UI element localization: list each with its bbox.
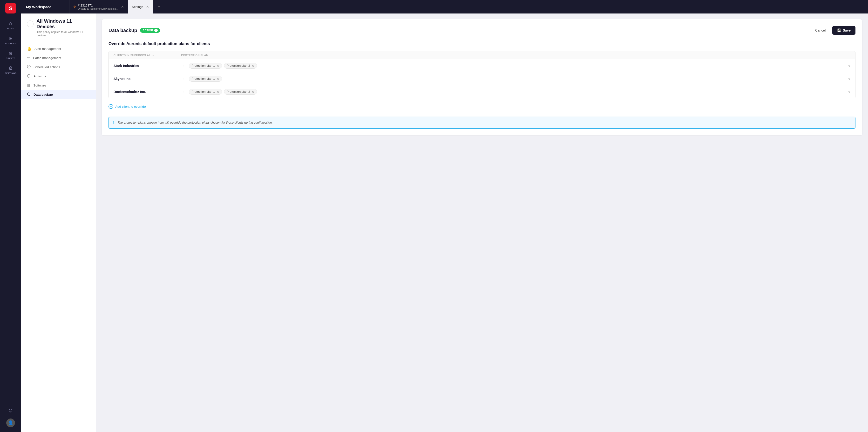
plan-tag-label: Protection plan 1 [191, 77, 215, 80]
tab-settings-close[interactable]: ✕ [146, 5, 149, 9]
plan-tag: Protection plan 2 ✕ [224, 63, 257, 69]
remove-plan-button[interactable]: ✕ [217, 90, 219, 94]
active-badge[interactable]: ACTIVE [140, 28, 160, 33]
save-button[interactable]: 💾 Save [832, 26, 856, 35]
data-backup-title: Data backup [108, 28, 137, 33]
nav-item-alert-management[interactable]: 🔔 Alert management [21, 44, 96, 53]
client-name-stark: Stark Industries [114, 64, 181, 68]
svg-text:S: S [9, 5, 12, 11]
remove-plan-button[interactable]: ✕ [251, 64, 254, 67]
logo[interactable]: S [5, 3, 16, 13]
ticket-icon: ⚙ [73, 5, 76, 8]
antivirus-icon [27, 74, 31, 78]
row-plans-skynet: Protection plan 1 ✕ [189, 76, 848, 82]
add-client-button[interactable]: + Add client to override [108, 102, 146, 111]
col-header-clients: CLIENTS IN SUPEROPS.AI → [114, 54, 181, 57]
row-chevron-doofenschmirtz[interactable]: ∨ [848, 90, 850, 94]
settings-icon: ⚙ [8, 65, 13, 71]
modules-icon: ⊞ [9, 35, 13, 41]
db-actions: Cancel 💾 Save [811, 26, 856, 35]
table-row: Skynet Inc. → Protection plan 1 ✕ ∨ [109, 72, 855, 85]
alert-icon: 🔔 [27, 46, 32, 51]
nav-item-antivirus[interactable]: Antivirus [21, 72, 96, 81]
table-row: Stark Industries → Protection plan 1 ✕ P… [109, 59, 855, 72]
plan-tag: Protection plan 1 ✕ [189, 89, 222, 95]
client-name-doofenschmirtz: Doofenschmirtz Inc. [114, 90, 181, 94]
override-table: CLIENTS IN SUPEROPS.AI → PROTECTION PLAN… [108, 51, 856, 98]
add-tab-button[interactable]: + [153, 0, 165, 13]
page-header-back: ← All Windows 11 Devices [27, 18, 90, 29]
tab-ticket-title: # 2316371 [78, 4, 118, 7]
home-icon: ⌂ [9, 21, 12, 26]
scheduled-icon [27, 65, 31, 69]
create-icon: ⊕ [9, 51, 13, 56]
sidebar-item-settings[interactable]: ⚙ SETTINGS [1, 63, 20, 77]
row-plans-stark: Protection plan 1 ✕ Protection plan 2 ✕ [189, 63, 848, 69]
topbar: My Workspace ⚙ # 2316371 Unable to login… [21, 0, 868, 13]
sidebar-item-create-label: CREATE [6, 57, 15, 60]
toggle-dot [154, 29, 158, 32]
nav-item-antivirus-label: Antivirus [33, 74, 46, 78]
content-card: Data backup ACTIVE Cancel 💾 Save [102, 19, 862, 135]
data-backup-title-row: Data backup ACTIVE [108, 28, 160, 33]
add-client-label: Add client to override [115, 105, 146, 108]
add-tab-icon: + [157, 4, 160, 10]
nav-item-patch-management[interactable]: ✏ Patch management [21, 53, 96, 62]
avatar[interactable]: 👤 [6, 419, 15, 427]
data-backup-icon [27, 92, 31, 97]
override-table-header: CLIENTS IN SUPEROPS.AI → PROTECTION PLAN [109, 51, 855, 59]
info-box: ℹ The protection plans chosen here will … [108, 117, 856, 129]
page-subtitle: This policy applies to all windows 11 de… [27, 30, 90, 37]
sidebar-bottom: ◎ 👤 [6, 406, 15, 429]
tab-settings[interactable]: Settings ✕ [128, 0, 153, 13]
remove-plan-button[interactable]: ✕ [217, 77, 219, 80]
remove-plan-button[interactable]: ✕ [251, 90, 254, 94]
sidebar-nav: ⌂ HOME ⊞ MODULES ⊕ CREATE ⚙ SETTINGS [1, 18, 20, 406]
tab-settings-info: Settings [132, 5, 143, 9]
save-label: Save [843, 28, 850, 32]
compass-button[interactable]: ◎ [6, 406, 15, 414]
back-button[interactable]: ← [27, 21, 33, 27]
tab-ticket-subtitle: Unable to login into ERP applica... [78, 7, 118, 10]
page-header: ← All Windows 11 Devices This policy app… [21, 13, 96, 41]
nav-item-software[interactable]: ▦ Software [21, 81, 96, 90]
row-arrow-doofenschmirtz: → [181, 90, 189, 94]
left-nav: ← All Windows 11 Devices This policy app… [21, 13, 96, 432]
plan-tag-label: Protection plan 1 [191, 90, 215, 94]
row-chevron-stark[interactable]: ∨ [848, 64, 850, 68]
sidebar-item-home-label: HOME [7, 27, 14, 30]
sidebar: S ⌂ HOME ⊞ MODULES ⊕ CREATE ⚙ SETTINGS ◎… [0, 0, 21, 432]
main-area: My Workspace ⚙ # 2316371 Unable to login… [21, 0, 868, 432]
tab-ticket-close[interactable]: ✕ [121, 5, 124, 9]
plan-tag-label: Protection plan 2 [227, 90, 250, 94]
remove-plan-button[interactable]: ✕ [217, 64, 219, 67]
tab-settings-title: Settings [132, 5, 143, 9]
nav-item-software-label: Software [33, 84, 46, 87]
sidebar-item-home[interactable]: ⌂ HOME [1, 18, 20, 32]
row-plans-doofenschmirtz: Protection plan 1 ✕ Protection plan 2 ✕ [189, 89, 848, 95]
nav-item-data-backup-label: Data backup [33, 93, 53, 96]
row-arrow-skynet: → [181, 77, 189, 81]
patch-icon: ✏ [27, 56, 30, 60]
active-badge-label: ACTIVE [143, 29, 153, 32]
data-backup-header: Data backup ACTIVE Cancel 💾 Save [108, 26, 856, 35]
nav-item-data-backup[interactable]: Data backup [21, 90, 96, 99]
sidebar-item-modules[interactable]: ⊞ MODULES [1, 33, 20, 47]
tab-ticket-info: # 2316371 Unable to login into ERP appli… [78, 4, 118, 10]
tab-ticket[interactable]: ⚙ # 2316371 Unable to login into ERP app… [69, 0, 128, 13]
plan-tag-label: Protection plan 1 [191, 64, 215, 67]
page-title: All Windows 11 Devices [36, 18, 90, 29]
info-text: The protection plans chosen here will ov… [117, 120, 273, 125]
software-icon: ▦ [27, 83, 30, 88]
cancel-button[interactable]: Cancel [811, 27, 830, 34]
content-area: Data backup ACTIVE Cancel 💾 Save [96, 13, 868, 432]
sidebar-item-settings-label: SETTINGS [5, 72, 17, 74]
page-area: ← All Windows 11 Devices This policy app… [21, 13, 868, 432]
client-name-skynet: Skynet Inc. [114, 77, 181, 81]
info-icon: ℹ [113, 121, 115, 125]
row-chevron-skynet[interactable]: ∨ [848, 77, 850, 81]
arrow-header-icon: → [152, 54, 155, 57]
sidebar-item-create[interactable]: ⊕ CREATE [1, 48, 20, 62]
nav-item-scheduled-actions[interactable]: Scheduled actions [21, 62, 96, 72]
nav-menu: 🔔 Alert management ✏ Patch management Sc… [21, 41, 96, 102]
